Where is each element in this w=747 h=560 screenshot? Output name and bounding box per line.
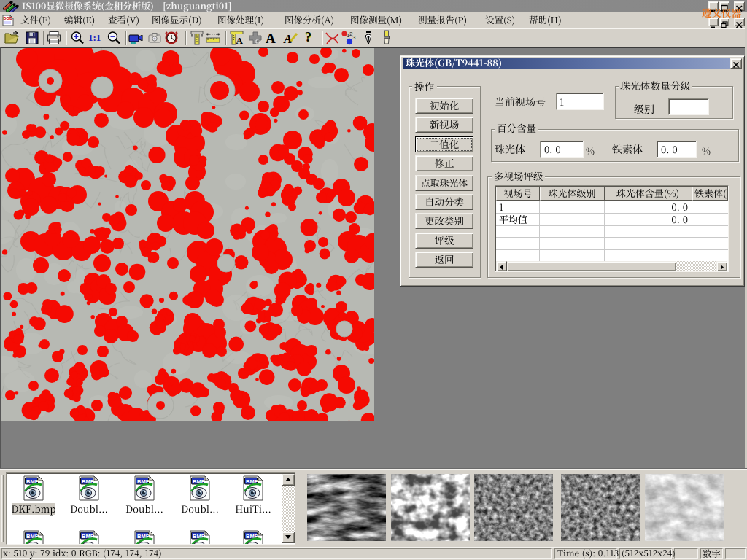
svg-text:?: ? <box>305 30 311 44</box>
svg-text:A: A <box>236 35 244 46</box>
svg-text:1:1: 1:1 <box>88 32 101 43</box>
svg-text:3: 3 <box>352 34 356 41</box>
svg-text:A: A <box>283 32 292 46</box>
svg-text:A: A <box>266 31 276 46</box>
svg-text:DOC: DOC <box>4 16 12 20</box>
